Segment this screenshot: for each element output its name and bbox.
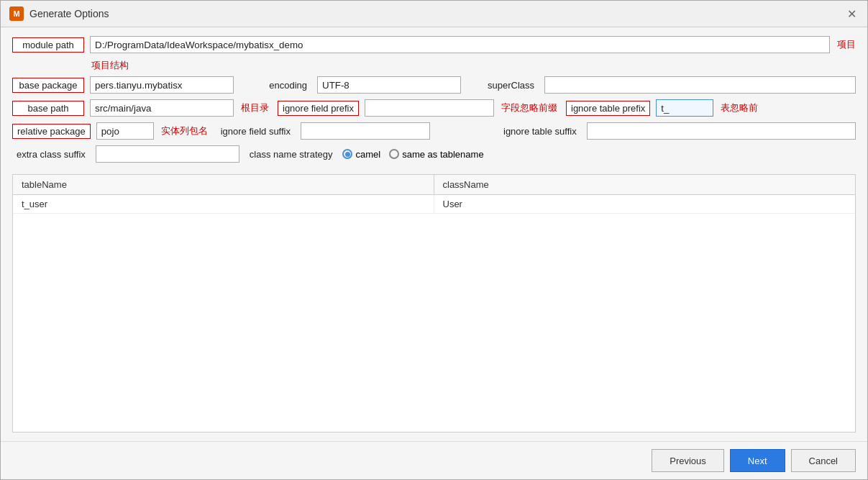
relative-package-label: relative package: [12, 124, 91, 139]
next-button[interactable]: Next: [730, 449, 785, 472]
base-package-row: base package encoding superClass: [12, 76, 856, 94]
module-path-label: module path: [12, 37, 84, 53]
camel-radio[interactable]: camel: [342, 149, 380, 160]
base-path-row: base path 根目录 ignore field prefix 字段忽略前缀…: [12, 99, 856, 117]
encoding-input[interactable]: [317, 76, 461, 94]
table-row[interactable]: t_user User: [13, 195, 855, 214]
dialog-footer: Previous Next Cancel: [1, 441, 867, 479]
same-as-tablename-radio-circle: [389, 149, 399, 159]
table-col-classname: className: [434, 175, 856, 194]
previous-button[interactable]: Previous: [652, 449, 724, 472]
title-bar: M Generate Options ✕: [1, 1, 867, 27]
module-path-row: module path 项目: [12, 36, 856, 53]
dialog-content: module path 项目 项目结构 base package encodin…: [1, 27, 867, 441]
ignore-field-prefix-label: ignore field prefix: [278, 101, 359, 116]
relative-package-input[interactable]: [96, 122, 154, 140]
module-path-input[interactable]: [90, 36, 830, 53]
ignore-field-prefix-input[interactable]: [365, 99, 494, 117]
extra-class-suffix-input[interactable]: [96, 145, 239, 163]
same-as-tablename-label: same as tablename: [402, 149, 483, 160]
app-icon: M: [9, 6, 24, 21]
base-path-input[interactable]: [90, 99, 234, 117]
module-path-annotation: 项目: [837, 38, 856, 51]
cancel-button[interactable]: Cancel: [791, 449, 856, 472]
extra-class-row: extra class suffix class name strategy c…: [12, 145, 856, 163]
class-name-strategy-group: camel same as tablename: [342, 149, 483, 160]
relative-package-annotation: 实体列包名: [161, 124, 208, 137]
base-package-label: base package: [12, 78, 84, 93]
ignore-field-suffix-input[interactable]: [301, 122, 430, 140]
camel-radio-circle: [342, 149, 352, 159]
base-path-label: base path: [12, 101, 84, 116]
ignore-field-suffix-label: ignore field suffix: [216, 124, 295, 138]
superclass-input[interactable]: [544, 76, 856, 94]
table-header: tableName className: [13, 175, 855, 195]
ignore-table-suffix-input[interactable]: [587, 122, 856, 140]
ignore-table-suffix-label: ignore table suffix: [499, 124, 581, 138]
window-title: Generate Options: [29, 8, 109, 19]
base-path-annotation: 根目录: [241, 101, 269, 114]
project-structure-annotation: 项目结构: [91, 59, 129, 72]
dialog-window: M Generate Options ✕ module path 项目 项目结构…: [0, 0, 868, 480]
superclass-label: superClass: [467, 78, 539, 92]
table-cell-classname: User: [434, 195, 856, 213]
same-as-tablename-radio[interactable]: same as tablename: [389, 149, 483, 160]
ignore-field-prefix-annotation: 字段忽略前缀: [501, 101, 557, 114]
ignore-table-prefix-input[interactable]: [656, 99, 713, 117]
camel-label: camel: [355, 149, 380, 160]
project-structure-annotation-row: 项目结构: [12, 59, 856, 72]
class-name-strategy-label: class name strategy: [245, 148, 337, 161]
table-section: tableName className t_user User: [12, 174, 856, 433]
ignore-table-prefix-label: ignore table prefix: [566, 101, 650, 116]
table-cell-tablename: t_user: [13, 195, 434, 213]
base-package-input[interactable]: [90, 76, 234, 94]
close-button[interactable]: ✕: [844, 6, 859, 21]
encoding-label: encoding: [239, 78, 311, 92]
relative-package-row: relative package 实体列包名 ignore field suff…: [12, 122, 856, 140]
title-bar-left: M Generate Options: [9, 6, 109, 21]
ignore-table-prefix-annotation: 表忽略前: [721, 101, 758, 114]
extra-class-suffix-label: extra class suffix: [12, 148, 90, 161]
table-col-tablename: tableName: [13, 175, 434, 194]
